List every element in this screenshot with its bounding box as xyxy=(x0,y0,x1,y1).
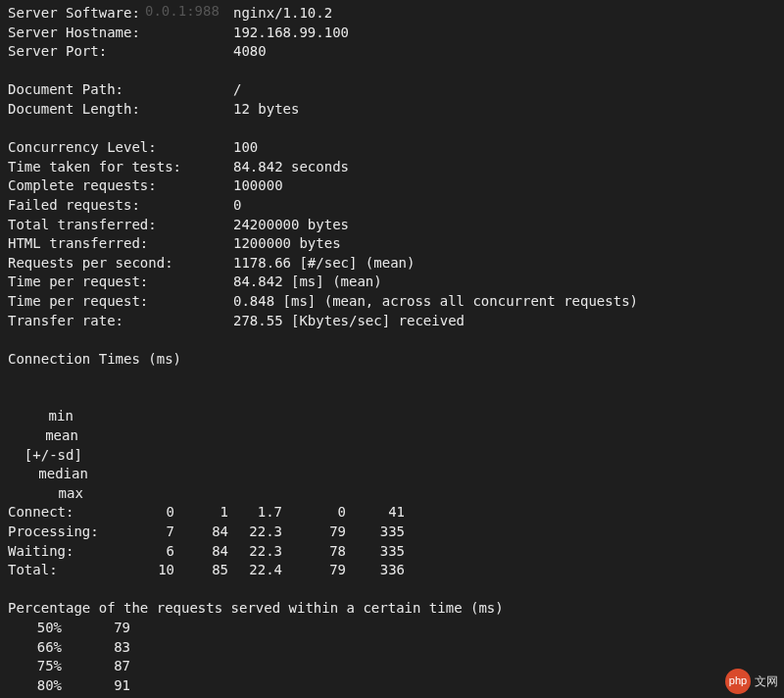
transfer-rate-row: Transfer rate:278.55 [Kbytes/sec] receiv… xyxy=(8,312,776,331)
connection-times-row: Waiting:68422.378335 xyxy=(8,542,776,562)
requests-per-second-value: 1178.66 [#/sec] (mean) xyxy=(233,255,415,271)
watermark-logo-icon: php xyxy=(725,669,751,694)
time-per-request-label-2: Time per request: xyxy=(8,292,233,312)
document-length-label: Document Length: xyxy=(8,100,233,120)
ct-row-min: 6 xyxy=(125,542,174,562)
ct-row-sd: 22.3 xyxy=(228,542,282,562)
ct-header-min: min xyxy=(24,407,74,426)
server-hostname-label: Server Hostname: xyxy=(8,24,233,43)
percentile-value: 83 xyxy=(62,638,130,658)
ct-row-max: 41 xyxy=(346,503,405,523)
percentile-row: 50%79 xyxy=(8,619,776,638)
connection-times-row: Connect:011.7041 xyxy=(8,503,776,523)
connection-times-row: Total:108522.479336 xyxy=(8,561,776,580)
ct-row-sd: 1.7 xyxy=(228,503,282,523)
time-per-request-value-2: 0.848 [ms] (mean, across all concurrent … xyxy=(233,293,638,309)
time-taken-value: 84.842 seconds xyxy=(233,159,349,174)
ct-row-min: 7 xyxy=(125,523,174,542)
ct-row-max: 336 xyxy=(346,561,405,580)
html-transferred-row: HTML transferred:1200000 bytes xyxy=(8,234,776,254)
ct-row-label: Processing: xyxy=(8,523,125,542)
percentile-value: 91 xyxy=(62,676,130,696)
ghost-background-text: 0.0.1:988 xyxy=(145,2,220,22)
total-transferred-row: Total transferred:24200000 bytes xyxy=(8,216,776,235)
blank-line xyxy=(8,580,776,600)
failed-requests-label: Failed requests: xyxy=(8,196,233,216)
time-taken-row: Time taken for tests:84.842 seconds xyxy=(8,158,776,177)
ct-row-label: Total: xyxy=(8,561,125,580)
time-taken-label: Time taken for tests: xyxy=(8,158,233,177)
ct-row-sd: 22.3 xyxy=(228,523,282,542)
ct-row-max: 335 xyxy=(346,542,405,562)
ct-row-max: 335 xyxy=(346,523,405,542)
connection-times-heading: Connection Times (ms) xyxy=(8,350,776,370)
server-hostname-value: 192.168.99.100 xyxy=(233,25,349,40)
blank-line xyxy=(8,120,776,139)
document-length-row: Document Length:12 bytes xyxy=(8,100,776,120)
ct-header-max: max xyxy=(24,484,83,504)
total-transferred-value: 24200000 bytes xyxy=(233,217,349,232)
ct-row-median: 78 xyxy=(282,542,346,562)
ct-header-sd: [+/-sd] xyxy=(24,446,78,466)
server-port-value: 4080 xyxy=(233,43,267,59)
blank-line xyxy=(8,62,776,81)
percentile-value: 87 xyxy=(62,657,130,676)
percentile-row: 80%91 xyxy=(8,676,776,696)
html-transferred-value: 1200000 bytes xyxy=(233,235,341,251)
html-transferred-label: HTML transferred: xyxy=(8,234,233,254)
server-port-label: Server Port: xyxy=(8,42,233,62)
ct-row-sd: 22.4 xyxy=(228,561,282,580)
requests-per-second-row: Requests per second:1178.66 [#/sec] (mea… xyxy=(8,254,776,274)
ct-row-label: Connect: xyxy=(8,503,125,523)
time-per-request-label-1: Time per request: xyxy=(8,273,233,292)
ct-header-median: median xyxy=(24,465,88,484)
ct-row-median: 0 xyxy=(282,503,346,523)
time-per-request-value-1: 84.842 [ms] (mean) xyxy=(233,274,382,289)
server-software-row: Server Software:nginx/1.10.2 xyxy=(8,4,776,24)
ct-row-median: 79 xyxy=(282,561,346,580)
time-per-request-row-2: Time per request:0.848 [ms] (mean, acros… xyxy=(8,292,776,312)
blank-line xyxy=(8,330,776,350)
watermark-text: 文网 xyxy=(755,673,778,690)
percentile-percent: 75% xyxy=(8,657,62,676)
document-length-value: 12 bytes xyxy=(233,101,299,117)
connection-times-row: Processing:78422.379335 xyxy=(8,523,776,542)
ct-row-mean: 1 xyxy=(174,503,228,523)
ct-row-min: 10 xyxy=(125,561,174,580)
document-path-label: Document Path: xyxy=(8,80,233,100)
ct-row-mean: 84 xyxy=(174,542,228,562)
ct-header-blank xyxy=(24,388,142,408)
transfer-rate-label: Transfer rate: xyxy=(8,312,233,331)
time-per-request-row-1: Time per request:84.842 [ms] (mean) xyxy=(8,273,776,292)
failed-requests-row: Failed requests:0 xyxy=(8,196,776,216)
watermark: php 文网 xyxy=(725,669,778,694)
ct-header-mean: mean xyxy=(24,426,78,446)
transfer-rate-value: 278.55 [Kbytes/sec] received xyxy=(233,313,465,328)
complete-requests-value: 100000 xyxy=(233,177,283,193)
concurrency-label: Concurrency Level: xyxy=(8,138,233,158)
percentile-percent: 80% xyxy=(8,676,62,696)
percentile-value: 79 xyxy=(62,619,130,638)
requests-per-second-label: Requests per second: xyxy=(8,254,233,274)
server-hostname-row: Server Hostname:192.168.99.100 xyxy=(8,24,776,43)
complete-requests-label: Complete requests: xyxy=(8,176,233,196)
server-port-row: Server Port:4080 xyxy=(8,42,776,62)
percentile-row: 75%87 xyxy=(8,657,776,676)
document-path-row: Document Path:/ xyxy=(8,80,776,100)
ct-row-label: Waiting: xyxy=(8,542,125,562)
percentile-percent: 66% xyxy=(8,638,62,658)
percentiles-heading: Percentage of the requests served within… xyxy=(8,599,776,619)
ct-row-mean: 84 xyxy=(174,523,228,542)
concurrency-value: 100 xyxy=(233,139,258,155)
server-software-value: nginx/1.10.2 xyxy=(233,5,332,21)
document-path-value: / xyxy=(233,81,241,97)
failed-requests-value: 0 xyxy=(233,197,241,213)
ct-row-mean: 85 xyxy=(174,561,228,580)
connection-times-header: min mean [+/-sd] median max xyxy=(8,369,776,503)
ct-row-median: 79 xyxy=(282,523,346,542)
total-transferred-label: Total transferred: xyxy=(8,216,233,235)
percentile-row: 66%83 xyxy=(8,638,776,658)
concurrency-row: Concurrency Level:100 xyxy=(8,138,776,158)
percentile-percent: 50% xyxy=(8,619,62,638)
complete-requests-row: Complete requests:100000 xyxy=(8,176,776,196)
